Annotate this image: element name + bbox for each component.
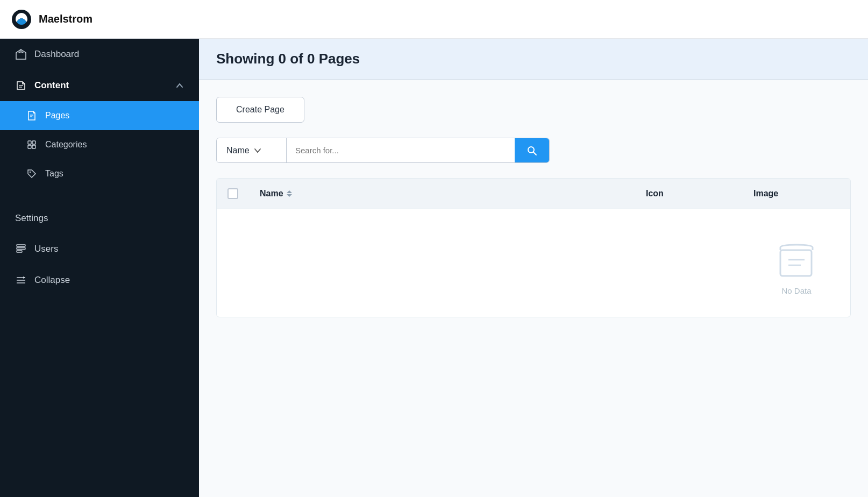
settings-section-label bbox=[0, 188, 199, 203]
table-header: Name Icon Image bbox=[217, 179, 850, 209]
pages-icon bbox=[26, 110, 38, 122]
settings-label: Settings bbox=[15, 213, 48, 224]
svg-line-19 bbox=[533, 152, 536, 155]
svg-rect-10 bbox=[32, 145, 35, 148]
app-logo bbox=[11, 9, 32, 30]
content-label: Content bbox=[34, 80, 69, 91]
no-data-container: No Data bbox=[775, 242, 818, 295]
svg-rect-7 bbox=[28, 141, 31, 144]
dashboard-icon bbox=[15, 48, 27, 60]
sidebar-item-collapse[interactable]: Collapse bbox=[0, 265, 199, 296]
sidebar-item-pages[interactable]: Pages bbox=[0, 101, 199, 130]
name-sort-icon[interactable] bbox=[287, 190, 292, 197]
tags-label: Tags bbox=[45, 169, 63, 179]
search-button[interactable] bbox=[515, 138, 549, 162]
app-title: Maelstrom bbox=[39, 13, 93, 25]
sidebar: Dashboard Content bbox=[0, 39, 199, 497]
sidebar-item-tags[interactable]: Tags bbox=[0, 159, 199, 188]
svg-point-11 bbox=[30, 172, 31, 173]
tags-icon bbox=[26, 168, 38, 180]
search-filter-label: Name bbox=[226, 146, 250, 155]
pages-table: Name Icon Image bbox=[216, 178, 851, 317]
content-icon bbox=[15, 80, 27, 91]
select-all-checkbox[interactable] bbox=[227, 188, 238, 199]
svg-rect-8 bbox=[32, 141, 35, 144]
categories-icon bbox=[26, 139, 38, 151]
dashboard-label: Dashboard bbox=[34, 49, 79, 60]
pages-label: Pages bbox=[45, 111, 69, 120]
search-icon bbox=[527, 145, 537, 156]
chevron-down-icon bbox=[254, 147, 261, 154]
users-icon bbox=[15, 243, 27, 255]
collapse-label: Collapse bbox=[34, 275, 70, 286]
app-header: Maelstrom bbox=[0, 0, 868, 39]
svg-rect-13 bbox=[17, 248, 25, 250]
no-data-label: No Data bbox=[781, 286, 811, 295]
search-filter-dropdown[interactable]: Name bbox=[217, 138, 287, 162]
table-header-checkbox-cell bbox=[217, 179, 249, 209]
svg-rect-9 bbox=[28, 145, 31, 148]
no-data-icon bbox=[775, 242, 818, 280]
main-content: Showing 0 of 0 Pages Create Page Name bbox=[199, 39, 868, 497]
table-header-image: Image bbox=[743, 179, 850, 209]
search-bar: Name bbox=[216, 138, 550, 163]
users-label: Users bbox=[34, 244, 58, 254]
sidebar-item-settings[interactable]: Settings bbox=[0, 203, 199, 233]
svg-rect-12 bbox=[17, 245, 25, 246]
table-header-name: Name bbox=[249, 179, 635, 209]
sidebar-item-content[interactable]: Content bbox=[0, 70, 199, 101]
categories-label: Categories bbox=[45, 140, 87, 150]
svg-rect-20 bbox=[780, 250, 812, 276]
search-input[interactable] bbox=[287, 138, 515, 162]
sidebar-item-users[interactable]: Users bbox=[0, 233, 199, 265]
table-body: No Data bbox=[217, 209, 850, 317]
table-header-icon: Icon bbox=[635, 179, 743, 209]
sidebar-item-dashboard[interactable]: Dashboard bbox=[0, 39, 199, 70]
collapse-icon bbox=[15, 274, 27, 286]
svg-rect-14 bbox=[17, 251, 22, 252]
chevron-up-icon bbox=[175, 81, 184, 90]
create-page-button[interactable]: Create Page bbox=[216, 97, 304, 123]
summary-bar: Showing 0 of 0 Pages bbox=[199, 39, 868, 80]
sidebar-item-categories[interactable]: Categories bbox=[0, 130, 199, 159]
summary-title: Showing 0 of 0 Pages bbox=[216, 51, 360, 67]
